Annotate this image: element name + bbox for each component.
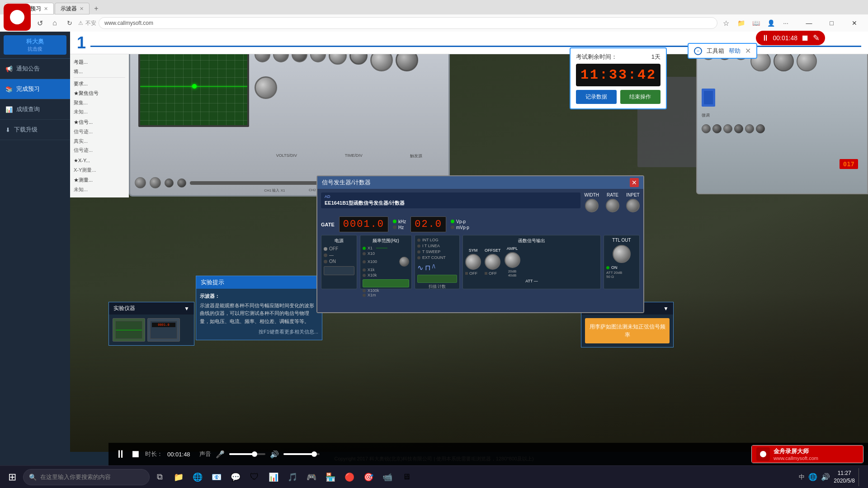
taskbar-app-11[interactable]: 🎯	[359, 468, 377, 486]
sig-gen-title: 信号发生器/计数器	[322, 178, 630, 187]
grades-icon: 📊	[5, 106, 13, 113]
new-tab-btn[interactable]: +	[90, 3, 102, 14]
taskbar-app-3[interactable]: 📧	[208, 468, 226, 486]
rec-stop-btn[interactable]: ⏹	[801, 33, 809, 43]
timer-days: 1天	[651, 53, 660, 61]
sidebar-item-download[interactable]: ⬇ 下载升级	[0, 120, 70, 140]
taskbar-app-12[interactable]: 📹	[378, 468, 396, 486]
read-btn[interactable]: 📖	[750, 17, 762, 29]
systray: 中 🌐 🔊 11:27 2020/5/8	[795, 468, 866, 486]
play-pause-btn[interactable]: ⏸	[115, 448, 126, 460]
text-unknown-1: 未知...	[74, 108, 125, 116]
systray-volume[interactable]: 🔊	[821, 473, 830, 481]
exp-content-arrow[interactable]: ▼	[663, 305, 669, 312]
sidebar-item-complete[interactable]: 📚 完成预习	[0, 79, 70, 99]
taskbar-clock[interactable]: 11:27 2020/5/8	[834, 469, 855, 485]
exp-instruments-panel: 实验仪器 ▼ 0001.0	[108, 302, 194, 346]
learn-sidebar: 科大奥 抗击疫 📢 通知公告 📚 完成预习 📊 成绩查询 ⬇ 下载升级	[0, 32, 70, 465]
hint-description: 示波器是能观察各种不同信号幅应随时间变化的波形曲线的仪器，可以用它测试各种不同的…	[200, 302, 318, 326]
taskbar-app-10[interactable]: 🔴	[340, 468, 359, 486]
page-number: 1	[77, 33, 86, 52]
exp-inst-arrow[interactable]: ▼	[184, 305, 189, 312]
maximize-btn[interactable]: □	[821, 16, 842, 30]
ttl-out-label: TTL OUT	[606, 238, 637, 243]
ttl-knob[interactable]	[613, 245, 631, 263]
volume-icon: 🔊	[270, 450, 279, 459]
logo-text-2: 抗击疫	[6, 46, 64, 52]
rec-dot	[10, 10, 24, 24]
taskbar-app-1[interactable]: 📁	[170, 468, 188, 486]
nav-btn-1[interactable]: ↻	[63, 17, 76, 29]
page-text-content: 考题... 将... 要求... ★聚焦信号 聚集... 未知... ★信号..…	[70, 54, 129, 197]
toolbox-panel: ○ 工具箱 帮助 ✕	[688, 43, 757, 59]
freq-range-label: 频率范围(Hz)	[363, 238, 409, 244]
taskbar-app-6[interactable]: 📊	[264, 468, 283, 486]
x10k-btn[interactable]	[363, 279, 409, 287]
power-btn[interactable]	[324, 266, 354, 275]
offset-knob[interactable]	[485, 254, 500, 270]
star-btn[interactable]: ☆	[720, 17, 732, 29]
taskbar-app-4[interactable]: 💬	[226, 468, 245, 486]
sig-gen-close-btn[interactable]: ✕	[630, 178, 639, 187]
systray-lang[interactable]: 中	[799, 473, 805, 481]
width-label: WIDTH	[584, 192, 599, 197]
toolbox-help[interactable]: 帮助	[729, 47, 741, 55]
address-bar[interactable]: www.callmysoft.com	[99, 17, 717, 29]
on-label: ON	[329, 259, 336, 264]
taskbar-app-2[interactable]: 🌐	[189, 468, 207, 486]
refresh-btn[interactable]: ↺	[33, 17, 46, 29]
toolbox-close[interactable]: ✕	[745, 47, 751, 55]
volume-slider-container[interactable]	[229, 453, 265, 455]
sweep-btn[interactable]	[417, 275, 457, 283]
show-desktop-btn[interactable]	[859, 468, 862, 486]
taskbar-app-7[interactable]: 🎵	[283, 468, 302, 486]
text-detail-2: 信号迹...	[74, 127, 125, 136]
ampl-knob[interactable]	[505, 252, 520, 268]
text-req-1: 要求...	[74, 80, 125, 88]
task-view-btn[interactable]: ⧉	[151, 468, 169, 486]
oscilloscope-main: YB4320G 20MHz OSCILLOSCOPE VOLTS/DIV TIM…	[129, 32, 450, 197]
exp-content-btn[interactable]: 用李萨如图法测未知正弦信号频率	[585, 318, 670, 343]
text-star-3: ★X-Y...	[74, 156, 125, 165]
minimize-btn[interactable]: —	[799, 16, 819, 30]
mvpp-label: mVp·p	[456, 225, 469, 230]
taskbar-app-13[interactable]: 🖥	[397, 468, 415, 486]
tab-close-1[interactable]: ✕	[44, 6, 48, 12]
sym-knob[interactable]	[465, 254, 481, 270]
complete-icon: 📚	[5, 86, 13, 93]
stop-btn[interactable]: ⏹	[131, 448, 141, 460]
brightness-slider-container[interactable]	[283, 453, 320, 455]
freq-digits-2: 02.0	[415, 219, 442, 230]
toolbox-icon: ○	[694, 47, 702, 55]
browser-tab-oscilloscope[interactable]: 示波器 ✕	[55, 3, 90, 14]
freq-display-2: 02.0	[410, 216, 446, 232]
taskbar-app-5[interactable]: 🛡	[245, 468, 264, 486]
tab-close-2[interactable]: ✕	[80, 6, 84, 12]
rec-pause-btn[interactable]: ⏸	[761, 33, 769, 43]
sig-gen-titlebar: 信号发生器/计数器 ✕	[317, 176, 643, 189]
start-btn[interactable]: ⊞	[2, 468, 22, 486]
more-btn[interactable]: ···	[779, 17, 792, 29]
osc-thumbnail[interactable]	[113, 318, 145, 342]
rec-edit-btn[interactable]: ✎	[813, 33, 820, 43]
t-sweep-label: T SWEEP	[422, 249, 440, 254]
collections-btn[interactable]: 📁	[735, 17, 747, 29]
home-btn[interactable]: ⌂	[48, 17, 61, 29]
sidebar-item-notice[interactable]: 📢 通知公告	[0, 59, 70, 79]
systray-network[interactable]: 🌐	[808, 473, 817, 481]
platform-logo: 科大奥 抗击疫	[4, 35, 66, 55]
close-btn[interactable]: ✕	[844, 16, 864, 30]
taskbar-app-8[interactable]: 🎮	[302, 468, 321, 486]
end-operation-btn[interactable]: 结束操作	[620, 90, 661, 104]
taskbar-app-9[interactable]: 🏪	[321, 468, 340, 486]
record-data-btn[interactable]: 记录数据	[576, 90, 617, 104]
user-btn[interactable]: 👤	[764, 17, 777, 29]
exp-hint-title: 实验提示	[196, 276, 322, 289]
rec-timer-panel: ⏸ 00:01:48 ⏹ ✎	[756, 31, 826, 45]
taskbar-search[interactable]: 🔍 在这里输入你要搜索的内容	[23, 469, 150, 485]
vpp-label: Vp-p	[456, 219, 466, 224]
hint-help: 按F1键查看更多相关信息...	[200, 328, 318, 336]
sidebar-item-grades[interactable]: 📊 成绩查询	[0, 99, 70, 120]
siggen-thumbnail[interactable]: 0001.0	[147, 318, 180, 342]
exp-hint-body: 示波器： 示波器是能观察各种不同信号幅应随时间变化的波形曲线的仪器，可以用它测试…	[196, 289, 322, 340]
